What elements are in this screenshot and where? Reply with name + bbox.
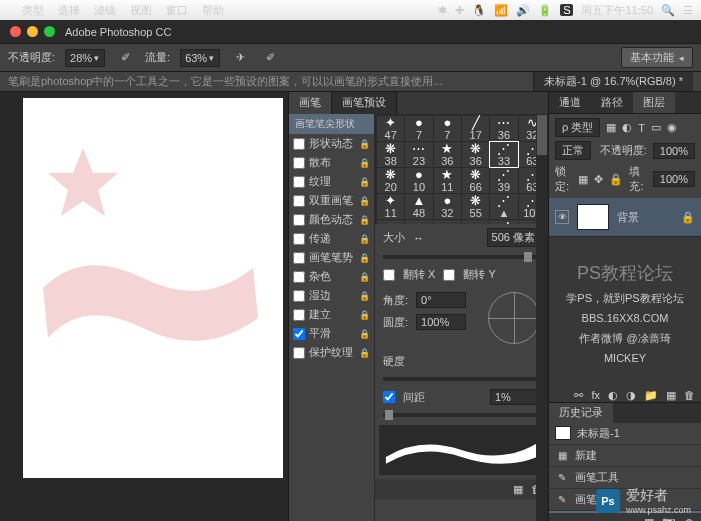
snapshot-icon[interactable]: 📷: [662, 516, 676, 521]
brush-option-checkbox[interactable]: [293, 214, 305, 226]
airbrush-icon[interactable]: ✈: [230, 48, 250, 68]
lock-position-icon[interactable]: ✥: [594, 173, 603, 186]
new-layer-icon[interactable]: ▦: [666, 389, 676, 402]
workspace-button[interactable]: 基本功能 ◂: [621, 47, 693, 68]
brush-thumb[interactable]: ⋰39: [490, 168, 517, 193]
flipx-checkbox[interactable]: [383, 269, 395, 281]
history-snapshot[interactable]: 未标题-1: [549, 423, 701, 445]
roundness-field[interactable]: 100%: [416, 314, 466, 330]
filter-icon[interactable]: ▭: [651, 121, 661, 134]
history-item[interactable]: ▦新建: [549, 445, 701, 467]
brush-option-5[interactable]: 传递🔒: [289, 229, 374, 248]
brush-thumb[interactable]: ❋66: [462, 168, 489, 193]
size-slider[interactable]: [383, 255, 540, 259]
size-field[interactable]: 506 像素: [487, 228, 540, 247]
folder-icon[interactable]: 📁: [644, 389, 658, 402]
brush-thumb[interactable]: ⋰33: [490, 142, 517, 167]
menu-help[interactable]: 帮助: [202, 3, 224, 18]
lock-all-icon[interactable]: 🔒: [609, 173, 623, 186]
battery-icon[interactable]: 🔋: [538, 4, 552, 17]
visibility-icon[interactable]: 👁: [555, 210, 569, 224]
menu-filter[interactable]: 滤镜: [94, 3, 116, 18]
brush-thumb[interactable]: ★11: [434, 168, 461, 193]
flip-reset-icon[interactable]: ↔: [413, 232, 424, 244]
filter-icon[interactable]: ◉: [667, 121, 677, 134]
brush-option-11[interactable]: 保护纹理🔒: [289, 343, 374, 362]
menu-window[interactable]: 窗口: [166, 3, 188, 18]
brush-thumb[interactable]: ❋20: [377, 168, 404, 193]
brush-option-10[interactable]: 平滑🔒: [289, 324, 374, 343]
brush-thumb[interactable]: ●7: [405, 116, 432, 141]
qq-icon[interactable]: 🐧: [472, 4, 486, 17]
brush-thumb[interactable]: ⋯36: [490, 116, 517, 141]
layer-thumbnail[interactable]: [577, 204, 609, 230]
opacity-input[interactable]: 28%▾: [65, 49, 105, 67]
lock-pixels-icon[interactable]: ▦: [578, 173, 588, 186]
brush-thumb[interactable]: ❋55: [462, 194, 489, 219]
brush-thumb[interactable]: ●75: [434, 220, 461, 224]
menubar-extra-icon[interactable]: ✚: [455, 4, 464, 17]
brush-option-6[interactable]: 画笔笔势🔒: [289, 248, 374, 267]
brush-option-checkbox[interactable]: [293, 176, 305, 188]
filter-type[interactable]: ρ 类型: [555, 118, 600, 137]
tab-brush-presets[interactable]: 画笔预设: [332, 92, 397, 114]
tab-paths[interactable]: 路径: [591, 92, 633, 113]
brush-option-checkbox[interactable]: [293, 233, 305, 245]
brush-option-checkbox[interactable]: [293, 309, 305, 321]
brush-thumb[interactable]: ✦47: [377, 116, 404, 141]
mask-icon[interactable]: ◐: [608, 389, 618, 402]
menubar-extra-icon[interactable]: ✱: [438, 4, 447, 17]
brush-thumb[interactable]: ⋰▲: [490, 194, 517, 219]
brush-thumb[interactable]: ▲▲: [377, 220, 404, 224]
spacing-slider[interactable]: [383, 413, 540, 417]
brush-thumb[interactable]: ■45: [462, 220, 489, 224]
brush-option-checkbox[interactable]: [293, 252, 305, 264]
history-item[interactable]: ✎画笔工具: [549, 467, 701, 489]
fx-icon[interactable]: fx: [591, 389, 600, 401]
filter-icon[interactable]: ◐: [622, 121, 632, 134]
brush-thumb[interactable]: ⋯23: [405, 142, 432, 167]
maximize-button[interactable]: [44, 26, 55, 37]
trash-icon[interactable]: 🗑: [684, 389, 695, 401]
menu-select[interactable]: 选择: [58, 3, 80, 18]
brush-option-8[interactable]: 湿边🔒: [289, 286, 374, 305]
brush-option-2[interactable]: 纹理🔒: [289, 172, 374, 191]
brush-thumb[interactable]: ▲48: [405, 194, 432, 219]
brush-option-4[interactable]: 颜色动态🔒: [289, 210, 374, 229]
flipy-checkbox[interactable]: [443, 269, 455, 281]
filter-icon[interactable]: ▦: [606, 121, 616, 134]
notification-icon[interactable]: ☰: [683, 4, 693, 17]
brush-tip-shape-header[interactable]: 画笔笔尖形状: [289, 114, 374, 134]
flow-input[interactable]: 63%▾: [180, 49, 220, 67]
tab-brush[interactable]: 画笔: [289, 92, 332, 114]
document-tab[interactable]: 未标题-1 @ 16.7%(RGB/8) *: [533, 72, 693, 91]
trash-icon[interactable]: 🗑: [684, 517, 695, 521]
fill-field[interactable]: 100%: [653, 171, 695, 187]
adjustment-icon[interactable]: ◑: [626, 389, 636, 402]
spacing-field[interactable]: 1%: [490, 389, 540, 405]
angle-field[interactable]: 0°: [416, 292, 466, 308]
brush-thumb[interactable]: ❋36: [462, 142, 489, 167]
brush-scrollbar[interactable]: [536, 114, 548, 521]
pressure-opacity-icon[interactable]: ✐: [115, 48, 135, 68]
volume-icon[interactable]: 🔊: [516, 4, 530, 17]
brush-option-checkbox[interactable]: [293, 138, 305, 150]
pressure-size-icon[interactable]: ✐: [260, 48, 280, 68]
brush-option-3[interactable]: 双重画笔🔒: [289, 191, 374, 210]
minimize-button[interactable]: [27, 26, 38, 37]
brush-thumb[interactable]: ●32: [434, 194, 461, 219]
spacing-checkbox[interactable]: [383, 391, 395, 403]
new-brush-icon[interactable]: ▦: [513, 483, 523, 496]
brush-thumb[interactable]: ●7: [434, 116, 461, 141]
brush-thumb[interactable]: ★36: [434, 142, 461, 167]
brush-option-checkbox[interactable]: [293, 347, 305, 359]
canvas[interactable]: [23, 98, 283, 478]
layer-opacity-field[interactable]: 100%: [653, 143, 695, 159]
menu-view[interactable]: 视图: [130, 3, 152, 18]
brush-thumb[interactable]: ▲▲: [405, 220, 432, 224]
menu-type[interactable]: 类型: [22, 3, 44, 18]
link-icon[interactable]: ⚯: [574, 389, 583, 402]
brush-thumb[interactable]: ●10: [405, 168, 432, 193]
spotlight-icon[interactable]: 🔍: [661, 4, 675, 17]
filter-icon[interactable]: T: [638, 122, 645, 134]
